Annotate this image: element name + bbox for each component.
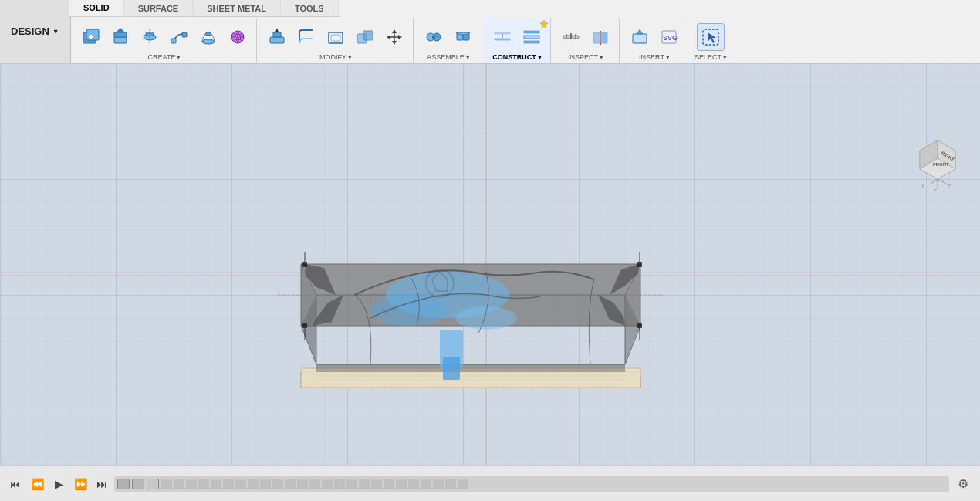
construct-active-indicator	[539, 19, 549, 29]
timeline-frame	[322, 479, 333, 489]
viewport[interactable]: Y X Z FRONT RIGHT	[0, 63, 980, 465]
tool-group-assemble: ASSEMBLE ▾	[415, 18, 482, 63]
insert-chevron: ▾	[666, 53, 670, 61]
svg-point-36	[432, 36, 435, 39]
svg-rect-55	[600, 32, 607, 43]
revolve-button[interactable]	[136, 23, 164, 51]
svg-marker-42	[540, 20, 548, 28]
press-pull-button[interactable]	[263, 23, 291, 51]
select-button[interactable]	[697, 23, 725, 51]
svg-rect-99	[637, 323, 642, 328]
timeline-frame	[297, 479, 308, 489]
step-back-button[interactable]: ⏪	[28, 475, 46, 493]
svg-rect-38	[463, 34, 469, 40]
construct-label[interactable]: CONSTRUCT ▾	[492, 53, 542, 63]
svg-marker-31	[398, 35, 402, 39]
svg-line-105	[930, 179, 938, 184]
shell-button[interactable]	[322, 23, 350, 51]
timeline-frame	[198, 479, 209, 489]
go-to-end-button[interactable]: ⏭	[93, 475, 111, 493]
svg-marker-6	[116, 28, 125, 32]
svg-text:Z: Z	[948, 184, 951, 189]
fillet-button[interactable]	[292, 23, 320, 51]
svg-marker-23	[275, 29, 279, 32]
timeline-frame-selector[interactable]	[117, 479, 130, 489]
go-to-start-button[interactable]: ⏮	[6, 475, 25, 493]
modify-label[interactable]: MODIFY ▾	[319, 53, 352, 63]
tool-group-create: CREATE ▾	[73, 18, 257, 63]
play-button[interactable]: ▶	[49, 475, 68, 493]
measure-button[interactable]	[557, 23, 585, 51]
rigid-group-button[interactable]	[449, 23, 477, 51]
inspect-label[interactable]: INSPECT ▾	[568, 53, 603, 63]
move-button[interactable]	[380, 23, 408, 51]
svg-marker-71	[316, 364, 625, 368]
svg-rect-10	[171, 39, 176, 43]
timeline-frame	[371, 479, 382, 489]
svg-point-88	[370, 295, 448, 326]
timeline-track[interactable]	[114, 476, 949, 492]
svg-rect-11	[182, 32, 187, 37]
construct-chevron: ▾	[538, 53, 542, 61]
timeline-frame	[235, 479, 246, 489]
insert-icons: SVG	[626, 21, 683, 53]
svg-rect-48	[524, 36, 539, 39]
insert-svg-button[interactable]: SVG	[655, 23, 683, 51]
svg-rect-1	[86, 29, 99, 40]
svg-rect-27	[363, 31, 373, 40]
tab-solid[interactable]: SOLID	[69, 0, 124, 16]
timeline-frame	[346, 479, 357, 489]
tab-sheet-metal[interactable]: SHEET METAL	[193, 0, 281, 16]
svg-rect-5	[114, 32, 127, 37]
svg-point-12	[202, 39, 215, 44]
timeline-frame	[445, 479, 456, 489]
design-button[interactable]: DESIGN ▼	[0, 0, 71, 63]
create-label[interactable]: CREATE ▾	[148, 53, 181, 63]
insert-label[interactable]: INSERT ▾	[639, 53, 670, 63]
select-label[interactable]: SELECT ▾	[694, 53, 727, 63]
settings-button[interactable]: ⚙	[952, 473, 974, 495]
tool-group-insert: SVG INSERT ▾	[621, 18, 688, 63]
modify-chevron: ▾	[348, 53, 352, 61]
loft-button[interactable]	[194, 23, 222, 51]
svg-rect-37	[457, 34, 463, 40]
design-chevron: ▼	[52, 28, 59, 36]
tab-surface[interactable]: SURFACE	[124, 0, 194, 16]
timeline-frame	[174, 479, 184, 489]
svg-marker-29	[392, 41, 397, 45]
insert-mesh-button[interactable]	[626, 23, 654, 51]
timeline-frame	[186, 479, 197, 489]
svg-marker-30	[387, 35, 390, 39]
step-forward-button[interactable]: ⏩	[71, 475, 90, 493]
tool-group-construct: CONSTRUCT ▾	[484, 18, 551, 63]
extrude-button[interactable]	[106, 23, 134, 51]
terrain-svg	[255, 140, 687, 465]
3d-object[interactable]	[255, 140, 687, 465]
sweep-button[interactable]	[165, 23, 193, 51]
view-cube[interactable]: Y X Z FRONT RIGHT	[911, 137, 965, 191]
assemble-icons	[420, 21, 477, 53]
svg-text:X: X	[921, 184, 925, 189]
statusbar: ⏮ ⏪ ▶ ⏩ ⏭	[0, 465, 980, 501]
tab-strip: SOLID SURFACE SHEET METAL TOOLS	[69, 0, 339, 17]
tool-group-modify: MODIFY ▾	[259, 18, 414, 63]
tab-tools[interactable]: TOOLS	[281, 0, 339, 16]
pattern-button[interactable]	[224, 23, 252, 51]
svg-rect-20	[270, 37, 284, 43]
svg-marker-61	[708, 32, 716, 43]
assemble-label[interactable]: ASSEMBLE ▾	[427, 53, 470, 63]
joint-button[interactable]	[420, 23, 448, 51]
new-component-button[interactable]	[77, 23, 105, 51]
combine-button[interactable]	[351, 23, 379, 51]
inspect-chevron: ▾	[600, 53, 603, 61]
modify-icons	[263, 21, 408, 53]
timeline-frame	[260, 479, 271, 489]
tool-group-inspect: INSPECT ▾	[553, 18, 620, 63]
tool-groups-container: CREATE ▾	[69, 17, 980, 63]
svg-rect-56	[633, 34, 647, 43]
section-analysis-button[interactable]	[586, 23, 614, 51]
timeline-frame-active	[147, 479, 159, 489]
svg-marker-57	[637, 29, 643, 34]
inspect-icons	[557, 21, 614, 53]
offset-plane-button[interactable]	[488, 23, 516, 51]
